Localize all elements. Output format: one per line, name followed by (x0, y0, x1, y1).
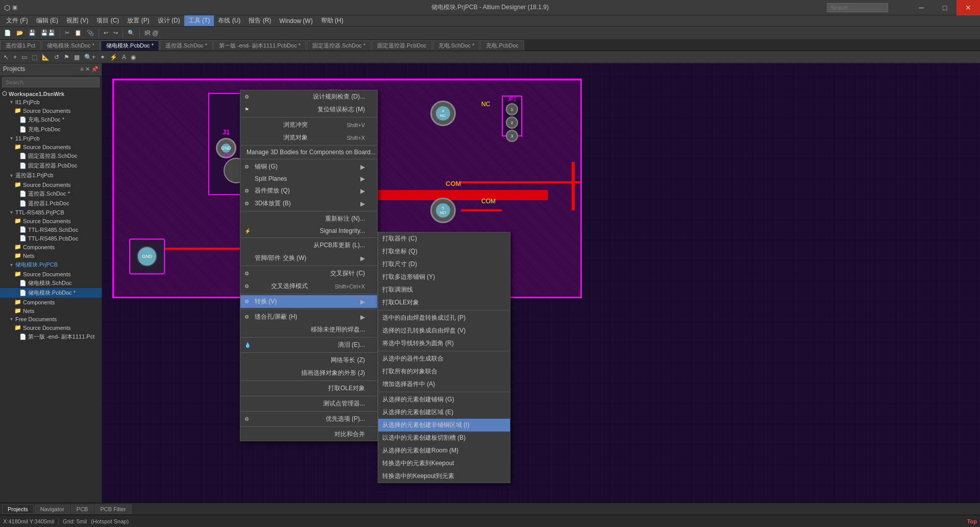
tree-folder-nets-chudian[interactable]: 📁 Nets (0, 306, 102, 315)
menu-tools-ole[interactable]: 打取OLE对象 (240, 382, 377, 395)
tab-guding-pcb[interactable]: 固定遥控器.PcbDoc (372, 40, 432, 51)
menu-window[interactable]: Window (W) (275, 16, 316, 26)
tool-3d[interactable]: ▦ (72, 53, 81, 61)
tree-file-chudian-sch[interactable]: 📄 储电模块.SchDoc (0, 278, 102, 288)
convert-add-to-union[interactable]: 增加选择器件中 (A) (378, 378, 510, 391)
tool-text[interactable]: A (120, 53, 128, 61)
tree-project-chudian[interactable]: ▼ 储电模块.PrjPCB (0, 260, 102, 270)
menu-file[interactable]: 文件 (F) (2, 15, 32, 26)
tool-rotate[interactable]: ↺ (53, 53, 61, 61)
menu-tools-3d-body[interactable]: ⚙3D体放置 (B)▶ (240, 197, 377, 210)
save-all-button[interactable]: 💾💾 (39, 29, 57, 37)
tool-rect[interactable]: ▭ (20, 53, 29, 61)
copy-button[interactable]: 📋 (72, 29, 84, 37)
menu-design[interactable]: 设计 (D) (154, 15, 184, 26)
menu-place[interactable]: 放置 (P) (123, 15, 153, 26)
panel-close-btn[interactable]: ✕ (85, 66, 90, 73)
tool-measure[interactable]: 📐 (40, 53, 51, 61)
tree-file-yaokongqi-sch[interactable]: 📄 遥控器.SchDoc * (0, 189, 102, 199)
tab-chongdian-sch[interactable]: 充电.SchDoc * (433, 40, 480, 51)
btab-navigator[interactable]: Navigator (35, 505, 70, 514)
tab-diyi[interactable]: 第一版 -end- 副本1111.PcbDoc * (213, 40, 306, 51)
zoom-button[interactable]: 🔍 (126, 29, 137, 37)
convert-create-keepout-region[interactable]: 从选择的元素创建非铺铜区域 (I) (378, 419, 510, 432)
menu-tools-cross-probe[interactable]: ⚙交叉探针 (C) (240, 267, 377, 280)
tool-highlight[interactable]: ✦ (99, 53, 107, 61)
tool-zoom-in[interactable]: 🔍+ (83, 53, 97, 61)
tree-file-ttl-sch[interactable]: 📄 TTL-RS485.SchDoc (0, 225, 102, 234)
tool-extra[interactable]: ◉ (129, 53, 137, 61)
minimize-button[interactable]: ─ (910, 0, 933, 15)
pcb-canvas[interactable]: J1 GND JK1 1GND 4NC COM (102, 63, 980, 502)
menu-tools-split-planes[interactable]: Split Planes▶ (240, 173, 377, 184)
cut-button[interactable]: ✂ (63, 29, 71, 37)
convert-explode-ole[interactable]: 打取OLE对象 (378, 296, 510, 309)
convert-to-keepout[interactable]: 转换选中的元素到Keepout (378, 457, 510, 470)
menu-tools-copper-pour[interactable]: ⚙铺铜 (G)▶ (240, 160, 377, 173)
tree-folder-source-2[interactable]: 📁 Source Documents (0, 142, 102, 151)
sidebar-search-box[interactable] (0, 75, 102, 89)
sidebar-search-input[interactable] (2, 77, 100, 87)
tab-yaokongqi-sch[interactable]: 遥控器.SchDoc * (160, 40, 213, 51)
panel-menu-btn[interactable]: ≡ (81, 66, 84, 73)
menu-tools-cross-select[interactable]: ⚙交叉选择模式Shift+Ctrl+X (240, 280, 377, 293)
status-top-layer-indicator[interactable]: Top (967, 518, 977, 524)
menu-tools-stitch-holes[interactable]: ⚙缝合孔/屏蔽 (H)▶ (240, 310, 377, 323)
menu-tools-preferences[interactable]: ⚙优先选项 (P)... (240, 413, 377, 425)
tool-line[interactable]: ⬚ (30, 53, 39, 61)
menu-tools-update-from-pcblib[interactable]: 从PCB库更新 (L)... (240, 239, 377, 252)
tree-file-chudian-pcb[interactable]: 📄 储电模块.PcbDoc * (0, 288, 102, 298)
new-button[interactable]: 📄 (2, 29, 13, 37)
tab-yaokongqi1[interactable]: 遥控器1.Pct (0, 40, 41, 51)
tree-folder-source-1[interactable]: 📁 Source Documents (0, 106, 102, 115)
convert-create-room[interactable]: 从选择的元素创建Room (M) (378, 444, 510, 457)
btab-projects[interactable]: Projects (2, 505, 34, 514)
convert-via-to-pad[interactable]: 选择的过孔转换成自由焊盘 (V) (378, 324, 510, 337)
convert-explode-component[interactable]: 打取器件 (C) (378, 232, 510, 245)
menu-tools-manage-3d[interactable]: Manage 3D Bodies for Components on Board… (240, 147, 377, 158)
convert-make-union[interactable]: 从选中的器件生成联合 (378, 352, 510, 365)
menu-tools-browse-objects[interactable]: 浏览对象Shift+X (240, 131, 377, 144)
tree-file-ttl-pcb[interactable]: 📄 TTL-RS485.PcbDoc (0, 234, 102, 243)
menu-help[interactable]: 帮助 (H) (317, 15, 348, 26)
menu-tools-testpoint-mgr[interactable]: 测试点管理器... (240, 397, 377, 410)
convert-keepout-to-element[interactable]: 转换选中的Keepout到元素 (378, 470, 510, 483)
tool-select[interactable]: ↖ (2, 53, 10, 61)
menu-tools[interactable]: 工具 (T) (184, 15, 214, 26)
btab-pcb-filter[interactable]: PCB Filter (94, 505, 131, 514)
tree-folder-components-chudian[interactable]: 📁 Components (0, 298, 102, 306)
tree-folder-source-free[interactable]: 📁 Source Documents (0, 323, 102, 332)
maximize-button[interactable]: □ (933, 0, 957, 15)
close-button[interactable]: ✕ (957, 0, 980, 15)
tool-net[interactable]: ⚡ (108, 53, 119, 61)
btab-pcb[interactable]: PCB (71, 505, 94, 514)
convert-create-region[interactable]: 从选择的元素创建区域 (E) (378, 406, 510, 419)
tree-project-ttl[interactable]: ▼ TTL-RS485.PrjPCB (0, 208, 102, 217)
menu-project[interactable]: 项目 (C) (92, 15, 123, 26)
convert-explode-dim[interactable]: 打取尺寸 (D) (378, 258, 510, 271)
tool-add[interactable]: + (12, 53, 18, 61)
menu-tools-reset-errors[interactable]: ⚑复位错误标志 (M) (240, 103, 377, 116)
menu-tools-convert[interactable]: ⚙转换 (V)▶ (240, 295, 377, 308)
convert-create-polygon[interactable]: 从选择的元素创建铺铜 (G) (378, 393, 510, 406)
menu-tools-signal-integrity[interactable]: ⚡Signal Integrity... (240, 225, 377, 236)
tab-chongdian-pcb[interactable]: 充电.PcbDoc (480, 40, 524, 51)
tree-file-diyi[interactable]: 📄 第一版 -end- 副本1111.Pct (0, 332, 102, 342)
menu-tools-compare-merge[interactable]: 对比和合并 (240, 428, 377, 441)
tree-folder-nets-ttl[interactable]: 📁 Nets (0, 251, 102, 260)
menu-tools-net-length[interactable]: 网络等长 (Z) (240, 354, 377, 367)
menu-tools-re-annotate[interactable]: 重新标注 (N)... (240, 212, 377, 225)
menu-report[interactable]: 报告 (R) (244, 15, 275, 26)
tree-file-guding-sch[interactable]: 📄 固定遥控器.SchDoc (0, 151, 102, 161)
convert-explode-polygon[interactable]: 打取多边形铺铜 (Y) (378, 271, 510, 283)
panel-pin-btn[interactable]: 📌 (91, 66, 99, 73)
menu-tools-design-rule[interactable]: ⚙设计规则检查 (D)... (240, 90, 377, 103)
convert-create-board-cutout[interactable]: 以选中的元素创建板切割槽 (B) (378, 432, 510, 444)
menu-route[interactable]: 布线 (U) (214, 15, 244, 26)
tree-project-yaokongqi1[interactable]: ▼ 遥控器1.PrjPcb (0, 171, 102, 180)
tab-guding-sch[interactable]: 固定遥控器.SchDoc * (307, 40, 371, 51)
undo-button[interactable]: ↩ (102, 29, 110, 37)
open-button[interactable]: 📂 (14, 29, 26, 37)
title-search-area[interactable] (827, 3, 888, 12)
tree-workspace-item[interactable]: ⬡ Workspace1.DsnWrk (0, 89, 102, 98)
